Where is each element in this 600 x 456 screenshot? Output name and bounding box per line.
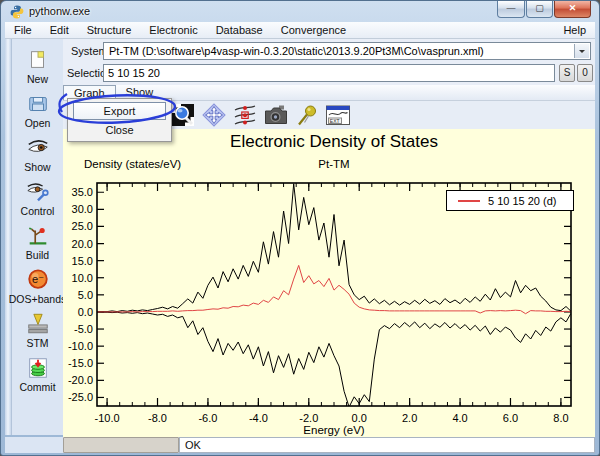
popup-item-export[interactable]: Export: [73, 102, 166, 120]
system-value: Pt-TM (D:\software\p4vasp-win-0.3.20\sta…: [109, 45, 484, 57]
svg-text:20.0: 20.0: [72, 238, 93, 250]
menu-database[interactable]: Database: [207, 23, 272, 37]
sash-divider[interactable]: [5, 39, 12, 435]
svg-text:0.0: 0.0: [78, 306, 93, 318]
sidebar-label: DOS+bands: [9, 293, 67, 305]
sidebar-label: Show: [24, 161, 50, 173]
svg-text:35.0: 35.0: [72, 186, 93, 198]
selection-s-button[interactable]: S: [559, 64, 575, 82]
external-window-icon[interactable]: EXT: [325, 103, 351, 127]
sidebar-label: Commit: [19, 381, 55, 393]
sidebar-item-commit[interactable]: Commit: [12, 352, 63, 396]
svg-text:-10.0: -10.0: [68, 340, 93, 352]
close-button[interactable]: ✕: [554, 1, 591, 18]
sidebar-item-new[interactable]: New: [12, 44, 63, 88]
svg-text:e⁻: e⁻: [32, 273, 44, 285]
build-icon: [26, 224, 50, 248]
selection-0-button[interactable]: 0: [577, 64, 593, 82]
zoom-icon[interactable]: [170, 103, 196, 127]
title-bar[interactable]: pythonw.exe — ▢ ✕: [1, 1, 599, 22]
python-icon: [10, 5, 24, 19]
svg-text:-15.0: -15.0: [68, 357, 93, 369]
sidebar-item-control[interactable]: Control: [12, 176, 63, 220]
plot-area[interactable]: Electronic Density of States Density (st…: [63, 129, 595, 437]
svg-text:2.0: 2.0: [402, 412, 417, 424]
svg-text:6.0: 6.0: [503, 412, 518, 424]
svg-text:-2.0: -2.0: [299, 412, 318, 424]
legend: 5 10 15 20 (d): [446, 190, 574, 211]
stm-tip-icon: [26, 312, 50, 336]
svg-text:10.0: 10.0: [72, 272, 93, 284]
sidebar-label: Build: [26, 249, 49, 261]
menu-help[interactable]: Help: [554, 23, 595, 37]
svg-text:-25.0: -25.0: [68, 391, 93, 403]
dos-chart[interactable]: -10.0-8.0-6.0-4.0-2.00.02.04.06.08.035.0…: [63, 129, 595, 429]
sidebar-label: New: [27, 73, 48, 85]
svg-text:EXT: EXT: [330, 118, 340, 124]
open-icon: [26, 92, 50, 116]
menu-electronic[interactable]: Electronic: [140, 23, 206, 37]
camera-icon[interactable]: [263, 103, 289, 127]
sidebar-label: STM: [26, 337, 48, 349]
svg-text:-8.0: -8.0: [148, 412, 167, 424]
status-message: OK: [179, 437, 595, 453]
svg-text:-20.0: -20.0: [68, 374, 93, 386]
svg-text:4.0: 4.0: [452, 412, 467, 424]
menu-structure[interactable]: Structure: [78, 23, 141, 37]
sidebar-item-show[interactable]: Show: [12, 132, 63, 176]
svg-text:0.0: 0.0: [352, 412, 367, 424]
svg-text:5.0: 5.0: [78, 289, 93, 301]
database-commit-icon: [26, 356, 50, 380]
menu-file[interactable]: File: [5, 23, 41, 37]
graph-popup-menu: Export Close: [67, 98, 172, 142]
sidebar: New Open Show: [5, 39, 63, 435]
menu-convergence[interactable]: Convergence: [272, 23, 355, 37]
combo-arrow-button[interactable]: [574, 44, 589, 58]
eye-icon: [26, 136, 50, 160]
pin-icon[interactable]: [294, 103, 320, 127]
sidebar-label: Control: [21, 205, 55, 217]
sidebar-item-build[interactable]: Build: [12, 220, 63, 264]
sidebar-label: Open: [25, 117, 51, 129]
svg-text:-10.0: -10.0: [95, 412, 120, 424]
menu-edit[interactable]: Edit: [41, 23, 78, 37]
legend-label: 5 10 15 20 (d): [488, 195, 557, 207]
sidebar-item-open[interactable]: Open: [12, 88, 63, 132]
window-title: pythonw.exe: [29, 5, 90, 17]
svg-text:15.0: 15.0: [72, 255, 93, 267]
svg-text:8.0: 8.0: [553, 412, 568, 424]
pan-icon[interactable]: [201, 103, 227, 127]
new-document-icon: [26, 48, 50, 72]
maximize-button[interactable]: ▢: [526, 1, 553, 18]
svg-text:-4.0: -4.0: [249, 412, 268, 424]
sidebar-item-stm[interactable]: STM: [12, 308, 63, 352]
electron-icon: e⁻: [26, 268, 50, 292]
sidebar-item-dos-bands[interactable]: e⁻ DOS+bands: [12, 264, 63, 308]
svg-text:-5.0: -5.0: [74, 323, 93, 335]
svg-text:-6.0: -6.0: [198, 412, 217, 424]
app-window: pythonw.exe — ▢ ✕ File Edit Structure El…: [0, 0, 600, 456]
chevron-down-icon: [579, 50, 585, 56]
legend-line-sample: [458, 200, 480, 202]
status-bar: OK: [5, 437, 595, 453]
popup-item-close[interactable]: Close: [68, 122, 171, 141]
selection-input[interactable]: [103, 64, 555, 82]
x-axis-label: Energy (eV): [97, 424, 571, 436]
system-combo[interactable]: Pt-TM (D:\software\p4vasp-win-0.3.20\sta…: [103, 42, 591, 60]
svg-text:30.0: 30.0: [72, 203, 93, 215]
minimize-button[interactable]: —: [497, 1, 525, 18]
svg-text:25.0: 25.0: [72, 220, 93, 232]
eye-wrench-icon: [26, 180, 50, 204]
progress-box: [63, 437, 179, 453]
data-points-icon[interactable]: [232, 103, 258, 127]
menu-bar: File Edit Structure Electronic Database …: [5, 22, 595, 39]
